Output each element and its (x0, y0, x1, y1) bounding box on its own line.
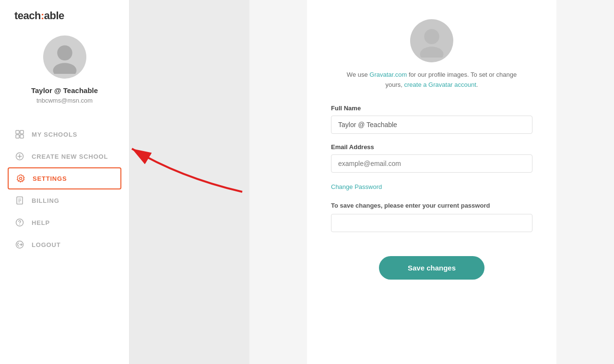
email-group: Email Address (331, 143, 532, 173)
svg-point-0 (57, 46, 72, 61)
email-input[interactable] (331, 154, 532, 173)
sidebar-item-label-create-new-school: CREATE NEW SCHOOL (32, 153, 108, 160)
receipt-icon (14, 196, 25, 205)
current-password-label: To save changes, please enter your curre… (331, 202, 532, 209)
full-name-group: Full Name (331, 105, 532, 134)
avatar-icon (48, 40, 82, 74)
svg-point-1 (53, 63, 76, 74)
svg-point-9 (20, 177, 22, 180)
sidebar-item-label-logout: LOGOUT (32, 241, 60, 248)
svg-point-19 (420, 47, 444, 58)
profile-avatar-icon (415, 24, 449, 58)
current-password-group: To save changes, please enter your curre… (331, 202, 532, 232)
save-changes-button[interactable]: Save changes (379, 256, 484, 280)
sidebar-item-create-new-school[interactable]: CREATE NEW SCHOOL (0, 145, 129, 167)
sidebar-profile: Taylor @ Teachable tnbcwms@msn.com (0, 31, 129, 118)
svg-rect-2 (16, 130, 19, 134)
sidebar-logo: teach:able (0, 0, 79, 31)
sidebar-item-label-billing: BILLING (32, 197, 59, 204)
gravatar-dot-com-link[interactable]: Gravatar.com (369, 71, 407, 78)
profile-name: Taylor @ Teachable (31, 86, 98, 94)
sidebar-item-label-settings: SETTINGS (33, 175, 67, 182)
sidebar-item-help[interactable]: HELP (0, 211, 129, 234)
profile-avatar-large (410, 19, 453, 62)
create-gravatar-account-link[interactable]: create a Gravatar account (404, 81, 476, 88)
svg-rect-4 (16, 135, 19, 138)
svg-rect-3 (20, 130, 24, 134)
svg-point-15 (19, 224, 20, 225)
sidebar: teach:able Taylor @ Teachable tnbcwms@ms… (0, 0, 130, 364)
sidebar-item-settings[interactable]: SETTINGS (8, 167, 121, 189)
gear-icon (15, 174, 26, 183)
sidebar-item-logout[interactable]: LOGOUT (0, 234, 129, 256)
help-icon (14, 218, 25, 227)
logout-icon (14, 240, 25, 249)
svg-rect-5 (20, 135, 24, 138)
profile-email: tnbcwms@msn.com (36, 97, 93, 104)
sidebar-nav: MY SCHOOLS CREATE NEW SCHOOL SETTING (0, 123, 129, 256)
full-name-label: Full Name (331, 105, 532, 112)
main-content: We use Gravatar.com for our profile imag… (249, 0, 614, 364)
middle-panel (130, 0, 249, 364)
plus-circle-icon (14, 152, 25, 161)
sidebar-item-my-schools[interactable]: MY SCHOOLS (0, 123, 129, 145)
change-password-link[interactable]: Change Password (331, 183, 382, 190)
current-password-input[interactable] (331, 214, 532, 232)
sidebar-item-label-my-schools: MY SCHOOLS (32, 131, 77, 138)
logo-text: teach:able (14, 10, 64, 22)
gravatar-description: We use Gravatar.com for our profile imag… (345, 70, 518, 90)
svg-point-18 (424, 29, 439, 45)
grid-icon (14, 130, 25, 139)
sidebar-item-label-help: HELP (32, 219, 50, 226)
settings-card: We use Gravatar.com for our profile imag… (307, 0, 556, 364)
settings-form: Full Name Email Address Change Password … (331, 105, 532, 280)
email-label: Email Address (331, 143, 532, 151)
sidebar-item-billing[interactable]: BILLING (0, 189, 129, 211)
avatar (43, 35, 86, 79)
full-name-input[interactable] (331, 116, 532, 134)
